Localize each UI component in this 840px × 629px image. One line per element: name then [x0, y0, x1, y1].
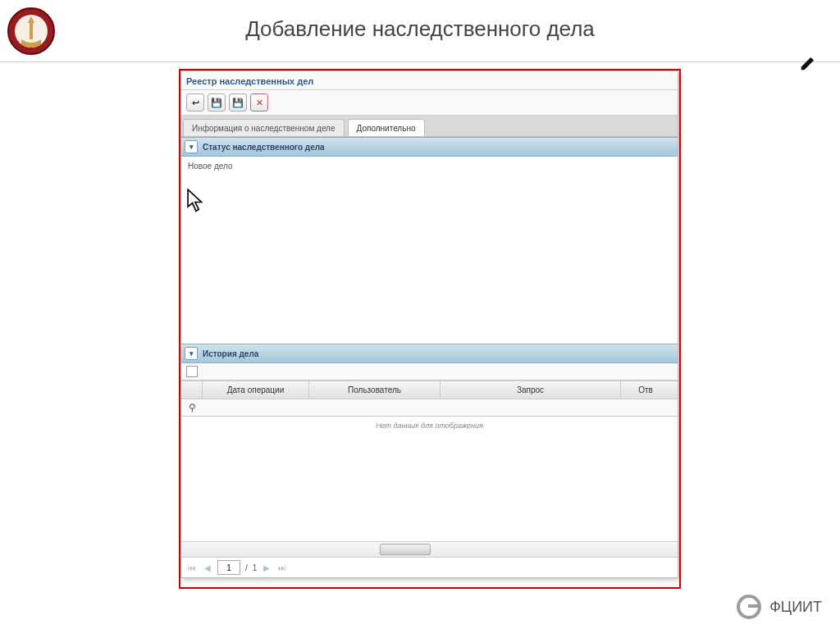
- col-response[interactable]: Отв: [621, 381, 670, 399]
- pager: ⏮ ◀ / 1 ▶ ⏭: [181, 557, 678, 577]
- status-panel-title: Статус наследственного дела: [203, 143, 325, 152]
- no-data-label: Нет данных для отображения: [181, 417, 678, 435]
- app-window: Реестр наследственных дел ↩ 💾 💾 ✕ Информ…: [180, 71, 678, 578]
- horizontal-scrollbar[interactable]: [181, 541, 678, 557]
- close-button[interactable]: ✕: [250, 93, 268, 112]
- history-columns: Дата операции Пользователь Запрос Отв: [181, 381, 678, 399]
- col-date[interactable]: Дата операции: [203, 381, 309, 399]
- footer-brand-icon: [737, 595, 761, 619]
- col-blank: [181, 381, 203, 399]
- pen-icon: [799, 54, 817, 72]
- save-as-button[interactable]: 💾: [229, 93, 247, 112]
- slide-title: Добавление наследственного дела: [0, 16, 840, 42]
- col-request[interactable]: Запрос: [441, 381, 621, 399]
- pager-first[interactable]: ⏮: [186, 563, 198, 572]
- status-panel-header: ▾ Статус наследственного дела: [181, 137, 678, 157]
- pager-page-input[interactable]: [217, 560, 240, 575]
- tab-additional[interactable]: Дополнительно: [348, 119, 425, 136]
- footer-brand-text: ФЦИИТ: [769, 599, 822, 616]
- select-all-checkbox[interactable]: [186, 366, 198, 377]
- back-button[interactable]: ↩: [186, 93, 204, 112]
- pager-sep: /: [245, 563, 248, 572]
- status-panel-body: Новое дело: [181, 157, 678, 180]
- status-content-area: [181, 180, 678, 344]
- history-panel-header: ▾ История дела: [181, 344, 678, 363]
- scrollbar-thumb[interactable]: [380, 544, 431, 555]
- footer-brand: ФЦИИТ: [737, 595, 822, 619]
- save-button[interactable]: 💾: [208, 93, 226, 112]
- history-panel-title: История дела: [203, 349, 258, 358]
- back-icon: ↩: [192, 98, 199, 108]
- tab-info[interactable]: Информация о наследственном деле: [183, 119, 345, 136]
- history-checkbox-row: [181, 363, 678, 381]
- pager-last[interactable]: ⏭: [276, 563, 288, 572]
- close-icon: ✕: [256, 98, 263, 108]
- pager-total: 1: [253, 563, 258, 572]
- filter-icon[interactable]: ⚲: [186, 402, 198, 413]
- divider: [0, 62, 840, 62]
- save-as-icon: 💾: [232, 98, 244, 108]
- toolbar: ↩ 💾 💾 ✕: [181, 90, 678, 116]
- tabs: Информация о наследственном деле Дополни…: [181, 116, 678, 137]
- pager-prev[interactable]: ◀: [203, 563, 212, 572]
- collapse-history-button[interactable]: ▾: [185, 347, 198, 360]
- history-grid-area: [181, 435, 678, 541]
- save-icon: 💾: [211, 98, 222, 108]
- pager-next[interactable]: ▶: [262, 563, 272, 572]
- app-title: Реестр наследственных дел: [181, 71, 678, 90]
- filter-row: ⚲: [181, 399, 678, 417]
- col-user[interactable]: Пользователь: [309, 381, 441, 399]
- collapse-status-button[interactable]: ▾: [185, 140, 198, 153]
